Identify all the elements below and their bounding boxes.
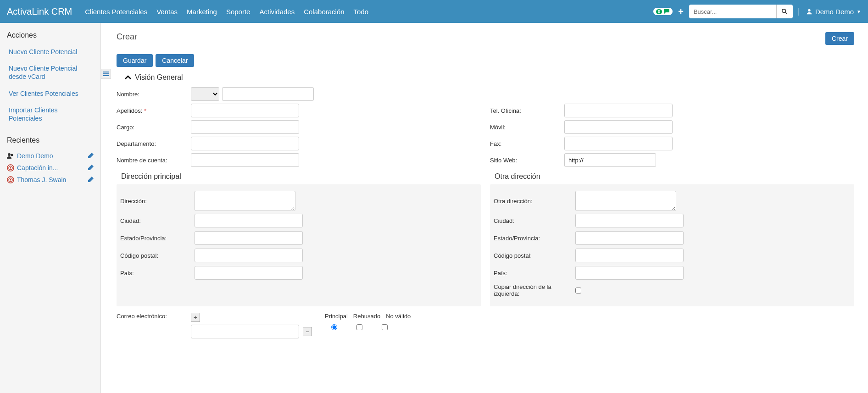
brand-logo[interactable]: ActivaLink CRM bbox=[7, 6, 72, 17]
search-button[interactable] bbox=[776, 5, 793, 18]
main-nav: Clientes Potenciales Ventas Marketing So… bbox=[81, 1, 653, 22]
estado-field[interactable] bbox=[195, 231, 303, 245]
fax-field[interactable] bbox=[564, 137, 673, 150]
label-pais: País: bbox=[120, 270, 195, 277]
nav-colaboracion[interactable]: Colaboración bbox=[300, 1, 348, 22]
section-overview-header[interactable]: Visión General bbox=[117, 71, 854, 86]
top-navbar: ActivaLink CRM Clientes Potenciales Vent… bbox=[0, 0, 868, 23]
label-apellidos: Apellidos: * bbox=[117, 107, 191, 114]
nav-todo[interactable]: Todo bbox=[350, 1, 373, 22]
direccion-field[interactable] bbox=[195, 191, 295, 211]
email-remove-button[interactable]: − bbox=[303, 327, 312, 336]
save-button[interactable]: Guardar bbox=[117, 54, 153, 67]
svg-point-7 bbox=[10, 167, 11, 169]
sidebar-toggle-button[interactable] bbox=[101, 69, 111, 79]
svg-point-2 bbox=[808, 9, 810, 11]
ciudad-field[interactable] bbox=[195, 214, 303, 227]
nombre-field[interactable] bbox=[222, 87, 314, 101]
email-rehusado-checkbox[interactable] bbox=[356, 324, 362, 330]
email-header-no-valido: No válido bbox=[386, 313, 411, 320]
target-icon bbox=[7, 164, 14, 172]
section-overview-label: Visión General bbox=[135, 73, 183, 82]
label-alt-pais: País: bbox=[494, 270, 575, 277]
action-nuevo-cliente[interactable]: Nuevo Cliente Potencial bbox=[7, 45, 94, 59]
primary-address-block: Dirección: Ciudad: Estado/Provincia: Cód… bbox=[117, 184, 481, 306]
action-importar-clientes[interactable]: Importar Clientes Potenciales bbox=[7, 103, 94, 125]
tel-oficina-field[interactable] bbox=[564, 104, 673, 117]
chevron-up-icon bbox=[125, 75, 131, 80]
label-direccion: Dirección: bbox=[120, 198, 195, 205]
email-principal-radio[interactable] bbox=[331, 324, 337, 330]
list-icon bbox=[103, 72, 109, 76]
salutation-select[interactable] bbox=[191, 87, 219, 101]
email-no-valido-checkbox[interactable] bbox=[382, 324, 388, 330]
chat-count: 0 bbox=[656, 9, 662, 14]
email-add-button[interactable]: + bbox=[191, 313, 200, 322]
label-tel-oficina: Tel. Oficina: bbox=[490, 107, 564, 114]
sidebar-actions-title: Acciones bbox=[7, 31, 94, 39]
departamento-field[interactable] bbox=[191, 137, 299, 150]
svg-point-10 bbox=[10, 179, 11, 181]
nav-soporte[interactable]: Soporte bbox=[223, 1, 254, 22]
svg-point-4 bbox=[11, 154, 13, 156]
label-fax: Fax: bbox=[490, 140, 564, 147]
label-cargo: Cargo: bbox=[117, 124, 191, 131]
copiar-checkbox[interactable] bbox=[575, 288, 581, 293]
action-nuevo-cliente-vcard[interactable]: Nuevo Cliente Potencial desde vCard bbox=[7, 61, 94, 83]
label-otra-direccion: Otra dirección: bbox=[494, 198, 575, 205]
sitio-web-field[interactable] bbox=[564, 153, 656, 167]
create-button-top[interactable]: Crear bbox=[825, 32, 854, 45]
quick-create-icon[interactable]: + bbox=[678, 6, 684, 17]
label-ciudad: Ciudad: bbox=[120, 217, 195, 224]
label-sitio-web: Sitio Web: bbox=[490, 157, 564, 164]
global-search bbox=[689, 5, 793, 18]
label-nombre: Nombre: bbox=[117, 91, 191, 98]
alt-pais-field[interactable] bbox=[575, 266, 684, 280]
alt-estado-field[interactable] bbox=[575, 231, 684, 245]
search-input[interactable] bbox=[689, 5, 776, 18]
otra-direccion-field[interactable] bbox=[575, 191, 676, 211]
svg-rect-12 bbox=[103, 73, 109, 74]
cancel-button[interactable]: Cancelar bbox=[156, 54, 194, 67]
edit-icon[interactable] bbox=[87, 153, 94, 159]
nav-actividades[interactable]: Actividades bbox=[256, 1, 298, 22]
movil-field[interactable] bbox=[564, 120, 673, 134]
subhead-otra-direccion: Otra dirección bbox=[490, 169, 854, 184]
edit-icon[interactable] bbox=[87, 177, 94, 183]
apellidos-field[interactable] bbox=[191, 104, 299, 117]
recent-item: Thomas J. Swain bbox=[7, 174, 94, 186]
recent-link[interactable]: Demo Demo bbox=[17, 152, 53, 160]
nav-marketing[interactable]: Marketing bbox=[183, 1, 221, 22]
svg-line-1 bbox=[785, 12, 787, 14]
main-content: Crear Crear Guardar Cancelar Visión Gene… bbox=[112, 23, 868, 393]
sidebar-recent-title: Recientes bbox=[7, 136, 94, 144]
recent-link[interactable]: Thomas J. Swain bbox=[17, 176, 66, 183]
label-nombre-cuenta: Nombre de cuenta: bbox=[117, 157, 191, 164]
svg-point-0 bbox=[782, 9, 786, 13]
recent-link[interactable]: Captación in... bbox=[17, 164, 58, 172]
label-copiar: Copiar dirección de la izquierda: bbox=[494, 283, 575, 297]
email-header-principal: Principal bbox=[325, 313, 348, 320]
codigo-postal-field[interactable] bbox=[195, 249, 303, 262]
user-group-icon bbox=[7, 152, 14, 160]
pais-field[interactable] bbox=[195, 266, 303, 280]
action-ver-clientes[interactable]: Ver Clientes Potenciales bbox=[7, 87, 94, 100]
alt-ciudad-field[interactable] bbox=[575, 214, 684, 227]
nombre-cuenta-field[interactable] bbox=[191, 153, 299, 167]
sidebar: Acciones Nuevo Cliente Potencial Nuevo C… bbox=[0, 23, 101, 393]
nav-clientes-potenciales[interactable]: Clientes Potenciales bbox=[81, 1, 151, 22]
email-header-rehusado: Rehusado bbox=[353, 313, 380, 320]
chat-badge[interactable]: 0 bbox=[653, 8, 673, 15]
user-menu[interactable]: Demo Demo ▼ bbox=[798, 8, 861, 16]
chat-icon bbox=[663, 9, 670, 14]
svg-rect-11 bbox=[103, 72, 109, 72]
recent-item: Demo Demo bbox=[7, 150, 94, 162]
alt-address-block: Otra dirección: Ciudad: Estado/Provincia… bbox=[490, 184, 854, 306]
alt-codigo-postal-field[interactable] bbox=[575, 249, 684, 262]
email-field[interactable] bbox=[191, 325, 299, 338]
sidebar-toggle-col bbox=[101, 23, 112, 393]
nav-ventas[interactable]: Ventas bbox=[153, 1, 181, 22]
edit-icon[interactable] bbox=[87, 165, 94, 171]
cargo-field[interactable] bbox=[191, 120, 299, 134]
user-icon bbox=[806, 8, 812, 15]
